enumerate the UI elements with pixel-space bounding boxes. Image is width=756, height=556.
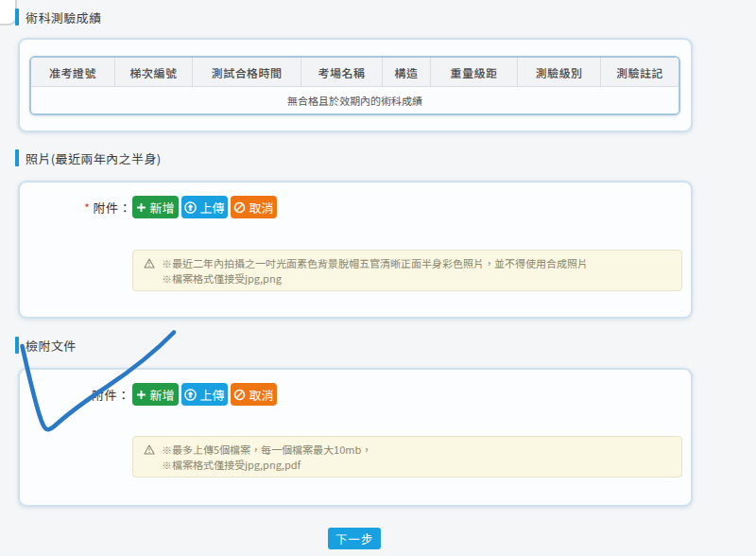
- add-attachment-button[interactable]: 新增: [132, 196, 179, 218]
- col-test-note: 測驗註記: [600, 58, 679, 87]
- section-title-text: 檢附文件: [26, 337, 77, 355]
- section-title-accent-bar: [15, 337, 19, 354]
- documents-attachment-row: 附件： 新增 上傳 取消: [84, 383, 280, 406]
- col-structure: 構造: [382, 58, 430, 87]
- scores-table-header-row: 准考證號 梯次編號 測試合格時間 考場名稱 構造 重量級距 測驗級別 測驗註記: [31, 58, 679, 87]
- documents-attachment-label: 附件：: [84, 386, 132, 404]
- ban-icon: [233, 201, 246, 214]
- col-test-level: 測驗級別: [517, 58, 600, 87]
- scores-table: 准考證號 梯次編號 測試合格時間 考場名稱 構造 重量級距 測驗級別 測驗註記 …: [29, 56, 680, 115]
- scores-empty-row: 無合格且於效期內的術科成績: [31, 87, 679, 113]
- documents-note: ※最多上傳5個檔案，每一個檔案最大10mb，※檔案格式僅接受jpg,png,pd…: [132, 436, 682, 478]
- add-button-label: 新增: [149, 386, 174, 404]
- col-admission-no: 准考證號: [31, 58, 114, 87]
- upload-circle-icon: [184, 201, 197, 214]
- cancel-attachment-button[interactable]: 取消: [231, 196, 277, 218]
- section-title-documents: 檢附文件: [15, 337, 77, 354]
- cancel-button-label: 取消: [249, 199, 273, 217]
- plus-icon: [136, 202, 146, 213]
- section-title-text: 照片(最近兩年內之半身): [26, 149, 162, 167]
- plus-icon: [136, 390, 146, 400]
- col-site-name: 考場名稱: [301, 58, 382, 87]
- col-pass-time: 測試合格時間: [192, 58, 301, 87]
- next-step-button[interactable]: 下一步: [328, 528, 381, 549]
- section-title-photo: 照片(最近兩年內之半身): [15, 149, 162, 166]
- photo-note: ※最近二年內拍攝之一吋光面素色背景脫帽五官清晰正面半身彩色照片，並不得使用合成照…: [132, 250, 682, 291]
- add-button-label: 新增: [149, 199, 174, 217]
- upload-button-label: 上傳: [199, 386, 224, 404]
- col-weight-class: 重量級距: [430, 58, 517, 87]
- section-title-accent-bar: [15, 9, 19, 26]
- application-form-page: 術科測驗成績 准考證號 梯次編號 測試合格時間 考場名稱 構造 重量級距 測驗級…: [0, 0, 756, 556]
- section-title-accent-bar: [15, 149, 19, 166]
- upload-circle-icon: [184, 389, 197, 401]
- upload-button-label: 上傳: [199, 199, 224, 217]
- warning-icon: [144, 444, 155, 455]
- upload-attachment-button[interactable]: 上傳: [181, 196, 228, 218]
- scores-empty-message: 無合格且於效期內的術科成績: [31, 87, 679, 113]
- photo-attachment-row: *附件： 新增 上傳 取消: [84, 196, 280, 218]
- section-title-text: 術科測驗成績: [26, 9, 101, 26]
- col-session-no: 梯次編號: [114, 58, 192, 87]
- upload-attachment-button[interactable]: 上傳: [181, 383, 228, 406]
- photo-attachment-label: *附件：: [84, 199, 132, 217]
- documents-note-text: ※最多上傳5個檔案，每一個檔案最大10mb，※檔案格式僅接受jpg,png,pd…: [162, 443, 371, 472]
- add-attachment-button[interactable]: 新增: [132, 383, 179, 406]
- cancel-attachment-button[interactable]: 取消: [231, 383, 277, 406]
- warning-icon: [144, 258, 155, 269]
- section-title-scores: 術科測驗成績: [15, 9, 101, 26]
- required-asterisk: *: [84, 199, 91, 217]
- ban-icon: [233, 389, 246, 401]
- photo-note-text: ※最近二年內拍攝之一吋光面素色背景脫帽五官清晰正面半身彩色照片，並不得使用合成照…: [162, 256, 588, 286]
- cancel-button-label: 取消: [249, 386, 273, 404]
